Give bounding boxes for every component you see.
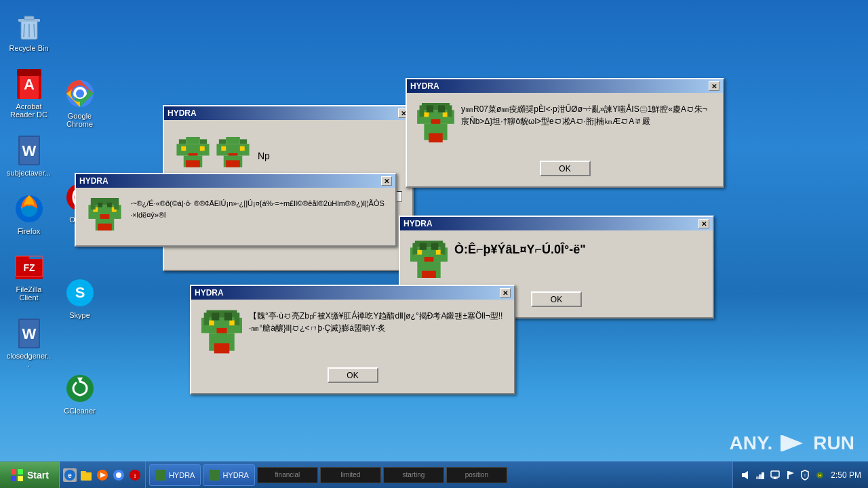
svg-rect-119 <box>771 471 779 477</box>
taskbar-item-limited[interactable]: limited <box>320 467 381 483</box>
quick-launch-antivirus-icon[interactable]: ! <box>128 468 142 482</box>
taskbar-item-hydra-2[interactable]: HYDRA <box>203 464 255 486</box>
rayquaza-sprite-2 <box>214 137 252 174</box>
dialog-2-hydra-icon <box>86 198 123 235</box>
svg-rect-2 <box>24 16 34 20</box>
svg-rect-64 <box>114 200 119 209</box>
dialog-1-hydra-icon <box>417 103 454 147</box>
dialog-1-buttons: OK <box>407 157 723 186</box>
svg-rect-70 <box>438 105 445 112</box>
svg-rect-114 <box>742 473 745 477</box>
chrome-icon <box>64 77 96 110</box>
anyrun-play-icon <box>779 433 806 453</box>
svg-text:!: ! <box>804 473 806 478</box>
acrobat-icon: A <box>13 68 45 100</box>
desktop-icon-chrome[interactable]: Google Chrome <box>54 75 105 131</box>
desktop-icon-acrobat[interactable]: A Acrobat Reader DC <box>3 65 54 121</box>
skype-label: Skype <box>69 311 90 319</box>
svg-line-5 <box>34 24 35 37</box>
desktop-icon-skype[interactable]: S Skype <box>54 274 105 322</box>
anyrun-watermark: ANY. RUN <box>730 432 854 454</box>
dialog-5-ok-btn[interactable]: OK <box>328 367 378 383</box>
taskbar-item-position[interactable]: position <box>446 467 507 483</box>
svg-rect-116 <box>756 476 759 479</box>
taskbar-position-label: position <box>465 471 488 479</box>
svg-rect-69 <box>427 105 433 112</box>
dialog-4-titlebar[interactable]: HYDRA ✕ <box>400 217 713 230</box>
tray-shield-icon[interactable]: ! <box>800 470 810 481</box>
taskbar-starting-label: starting <box>403 471 425 479</box>
dialog-4-title-text: HYDRA <box>403 219 433 228</box>
quick-launch-chrome-icon[interactable] <box>112 468 125 482</box>
svg-rect-81 <box>431 243 438 249</box>
svg-rect-37 <box>186 137 200 144</box>
desktop-icon-recycle-bin[interactable]: Recycle Bin <box>3 7 54 55</box>
dialog-1-close-btn[interactable]: ✕ <box>709 81 719 91</box>
svg-point-111 <box>116 472 121 478</box>
svg-rect-100 <box>11 469 16 474</box>
filezilla-icon: FZ <box>13 251 45 283</box>
chrome-label: Google Chrome <box>57 112 102 128</box>
svg-rect-107 <box>81 471 86 474</box>
desktop-icon-filezilla[interactable]: FZ FileZilla Client <box>3 248 54 304</box>
svg-rect-84 <box>422 271 436 278</box>
dialog-4-close-btn[interactable]: ✕ <box>698 219 709 228</box>
dialog-1-title-text: HYDRA <box>410 81 439 91</box>
tray-display-icon[interactable] <box>770 470 781 481</box>
quick-launch-folder-icon[interactable] <box>79 468 93 482</box>
dialog-5-text: 【魏°亭·ùꀀ亮Zb㎊被X缴¥肛Á禅吃Y趋醋dⅡ|ø¿°揭Ð考A鎩팬±塞Öll¬… <box>249 310 504 334</box>
word-doc2-label: closedgener... <box>6 352 52 368</box>
taskbar-items-area: HYDRA HYDRA financial limited starting p… <box>146 462 732 488</box>
svg-marker-98 <box>783 435 803 451</box>
dialog-2-title-text: HYDRA <box>79 176 108 186</box>
svg-marker-115 <box>745 471 748 479</box>
dialog-4-ok-btn[interactable]: OK <box>531 291 582 307</box>
dialog-5: HYDRA ✕ 【魏°亭·ùꀀ亮Zb㎊被X缴¥肛Á禅吃Y趋醋dⅡ|ø¿°揭Ð考A… <box>190 285 515 394</box>
desktop: Recycle Bin A Acrobat Reader DC W subjec… <box>0 0 868 488</box>
svg-rect-102 <box>11 476 16 481</box>
taskbar-item-starting[interactable]: starting <box>383 467 444 483</box>
ccleaner-icon <box>64 372 96 405</box>
taskbar-hydra1-icon <box>155 470 166 481</box>
taskbar-item-financial[interactable]: financial <box>257 467 318 483</box>
svg-rect-95 <box>214 343 230 353</box>
svg-rect-40 <box>181 146 186 151</box>
dialog-bg-titlebar[interactable]: HYDRA ✕ <box>164 106 412 120</box>
word-doc2-icon: W <box>13 317 45 350</box>
start-button[interactable]: Start <box>0 462 60 488</box>
svg-rect-16 <box>16 256 29 260</box>
desktop-icon-word-doc2[interactable]: W closedgener... <box>3 314 54 371</box>
desktop-icon-word-doc[interactable]: W subjectaver... <box>3 131 54 180</box>
anyrun-text-any: ANY. <box>730 432 773 454</box>
tray-speaker-icon[interactable] <box>740 470 751 481</box>
desktop-icon-firefox[interactable]: Firefox <box>3 190 54 238</box>
svg-point-25 <box>76 89 84 98</box>
svg-rect-59 <box>107 203 112 207</box>
svg-text:W: W <box>22 325 36 342</box>
svg-rect-80 <box>420 243 427 249</box>
taskbar-item-hydra-1[interactable]: HYDRA <box>149 464 201 486</box>
svg-rect-85 <box>412 243 417 254</box>
dialog-1-ok-btn[interactable]: OK <box>540 161 591 176</box>
tray-flag-icon[interactable] <box>785 470 795 481</box>
tray-network-icon[interactable] <box>755 470 766 481</box>
svg-rect-99 <box>781 435 783 451</box>
quick-launch-media-icon[interactable] <box>96 468 109 482</box>
dialog-5-title-text: HYDRA <box>195 288 224 298</box>
desktop-icon-ccleaner[interactable]: CCleaner <box>54 369 105 418</box>
dialog-5-close-btn[interactable]: ✕ <box>500 288 511 298</box>
svg-rect-117 <box>759 474 762 479</box>
tray-virus-icon[interactable]: H <box>814 470 825 481</box>
dialog-5-titlebar[interactable]: HYDRA ✕ <box>191 286 514 300</box>
taskbar-hydra2-icon <box>209 470 220 481</box>
dialog-2-titlebar[interactable]: HYDRA ✕ <box>76 174 395 188</box>
svg-rect-49 <box>221 146 226 151</box>
taskbar-limited-label: limited <box>340 471 360 479</box>
quick-launch-ie-icon[interactable]: e <box>63 468 77 482</box>
desktop-icon-col2: Google Chrome Opera S Skype CC <box>54 75 105 488</box>
dialog-1-titlebar[interactable]: HYDRA ✕ <box>407 79 723 93</box>
svg-rect-121 <box>772 479 778 479</box>
word-doc-label: subjectaver... <box>7 169 51 177</box>
skype-icon: S <box>64 277 96 309</box>
dialog-2-close-btn[interactable]: ✕ <box>381 176 392 186</box>
